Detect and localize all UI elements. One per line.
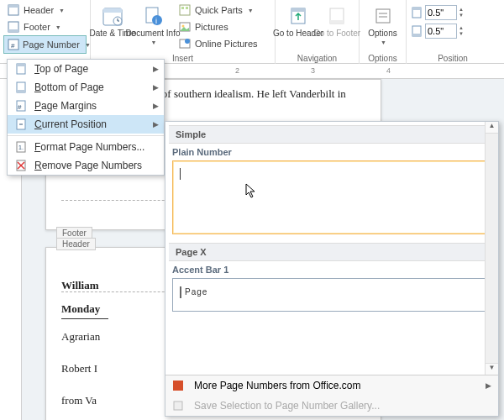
gallery-more-from-office[interactable]: More Page Numbers from Office.com ▶ [165,375,498,396]
menu-separator [8,135,164,136]
chevron-down-icon: ▼ [248,8,254,13]
ribbon-group-navigation: Go to Header Go to Footer Navigation [276,0,360,64]
footer-label: Footer [24,22,50,32]
svg-rect-16 [186,7,188,9]
page-number-gallery: Simple Plain Number Page X Accent Bar 1 … [165,121,499,417]
menu-current-position[interactable]: Current Position ▶ [8,115,164,134]
options-icon [372,5,394,27]
accent-preview-text: Page [185,287,207,297]
goto-footer-label: Go to Footer [313,29,360,38]
options-label: Options [368,29,396,38]
menu-bottom-of-page[interactable]: Bottom of Page ▶ [8,78,164,97]
header-position-icon [410,6,423,19]
position-group-label: Position [407,54,499,63]
quick-parts-icon [178,3,192,17]
ruler-mark: 3 [311,66,315,75]
header-badge: Header [56,238,96,250]
document-info-button[interactable]: i Document Info ▼ [131,2,175,52]
navigation-group-label: Navigation [276,54,359,63]
scroll-down-button[interactable]: ▼ [486,363,498,375]
svg-point-12 [152,15,162,25]
ribbon-group-options: Options ▼ Options [360,0,407,64]
svg-rect-7 [103,8,122,13]
goto-header-button[interactable]: Go to Header [279,2,318,52]
remove-icon [13,160,29,171]
svg-rect-22 [291,8,305,12]
current-position-icon [13,118,29,130]
ribbon-group-position: ▲▼ ▲▼ Position [407,0,499,64]
submenu-arrow-icon: ▶ [153,83,159,92]
svg-rect-29 [412,8,421,10]
chevron-down-icon: ▼ [55,24,61,30]
online-pictures-label: Online Pictures [195,39,258,49]
ribbon-group-insert: Date & Time i Document Info ▼ Quick Part… [91,0,276,64]
top-of-page-icon [13,63,29,75]
menu-label: Current Position [34,118,107,130]
footer-dropdown[interactable]: Footer ▼ [3,18,87,35]
quick-parts-label: Quick Parts [195,5,243,15]
gallery-more-label: More Page Numbers from Office.com [194,380,361,391]
body-text: Monday [61,300,108,319]
chevron-down-icon: ▼ [381,39,386,45]
gallery-item-plain-number[interactable] [172,160,491,234]
menu-page-margins[interactable]: # Page Margins ▶ [8,97,164,115]
footer-from-bottom-input[interactable] [425,24,457,39]
page-number-dropdown[interactable]: # Page Number ▼ [3,35,87,54]
options-button[interactable]: Options ▼ [363,2,402,52]
goto-header-icon [287,5,309,27]
header-dropdown[interactable]: Header ▼ [3,2,87,18]
pictures-label: Pictures [195,22,228,32]
svg-rect-33 [17,64,25,66]
menu-label: Page Margins [34,100,97,112]
submenu-arrow-icon: ▶ [486,381,491,390]
svg-rect-14 [180,5,190,15]
gallery-item-title: Accent Bar 1 [169,263,495,276]
menu-label: Top of Page [34,63,88,75]
goto-footer-button: Go to Footer [318,2,356,52]
svg-rect-46 [174,402,182,410]
calendar-icon [102,5,123,27]
footer-from-bottom-spinner[interactable]: ▲▼ [410,24,496,39]
menu-top-of-page[interactable]: Top of Page ▶ [8,60,164,78]
chevron-down-icon: ▼ [59,8,65,13]
svg-text:#: # [11,42,15,50]
header-label: Header [24,5,54,15]
svg-rect-15 [181,7,184,9]
save-icon [172,400,189,412]
bottom-of-page-icon [13,81,29,93]
gallery-save-label: Save Selection to Page Number Gallery... [194,400,380,412]
online-pictures-icon [178,37,192,50]
spinner-arrows[interactable]: ▲▼ [459,25,464,37]
svg-rect-35 [17,90,25,92]
submenu-arrow-icon: ▶ [153,102,159,110]
footer-position-icon [410,24,423,38]
menu-remove-page-numbers[interactable]: Remove Page Numbers [8,156,164,175]
svg-rect-25 [376,9,390,23]
menu-label: Format Page Numbers... [34,141,144,153]
svg-text:i: i [155,17,157,25]
spinner-arrows[interactable]: ▲▼ [459,7,464,18]
ribbon: Header ▼ Footer ▼ # Page Number ▼ Date &… [0,0,504,64]
menu-format-page-numbers[interactable]: 1. Format Page Numbers... [8,138,164,156]
office-icon [172,380,189,391]
date-time-button[interactable]: Date & Time [94,2,131,52]
online-pictures-button[interactable]: Online Pictures [175,35,261,52]
document-info-label: Document Info [125,29,180,38]
page-number-menu: Top of Page ▶ Bottom of Page ▶ # Page Ma… [7,59,165,176]
header-from-top-input[interactable] [425,5,457,20]
scroll-up-button[interactable]: ▲ [486,122,498,134]
svg-rect-31 [412,34,421,36]
chevron-down-icon: ▼ [151,39,157,45]
pictures-button[interactable]: Pictures [175,18,261,35]
menu-label: Bottom of Page [34,81,104,93]
chevron-down-icon: ▼ [85,42,91,48]
gallery-scrollbar[interactable]: ▲ ▼ [485,122,498,375]
quick-parts-button[interactable]: Quick Parts ▼ [175,2,261,18]
pictures-icon [178,20,192,34]
ruler-mark: 4 [386,66,391,75]
header-icon [7,3,20,17]
svg-point-18 [182,25,185,28]
gallery-item-accent-bar-1[interactable]: Page [172,278,491,312]
header-from-top-spinner[interactable]: ▲▼ [410,5,496,20]
svg-text:#: # [18,103,22,111]
